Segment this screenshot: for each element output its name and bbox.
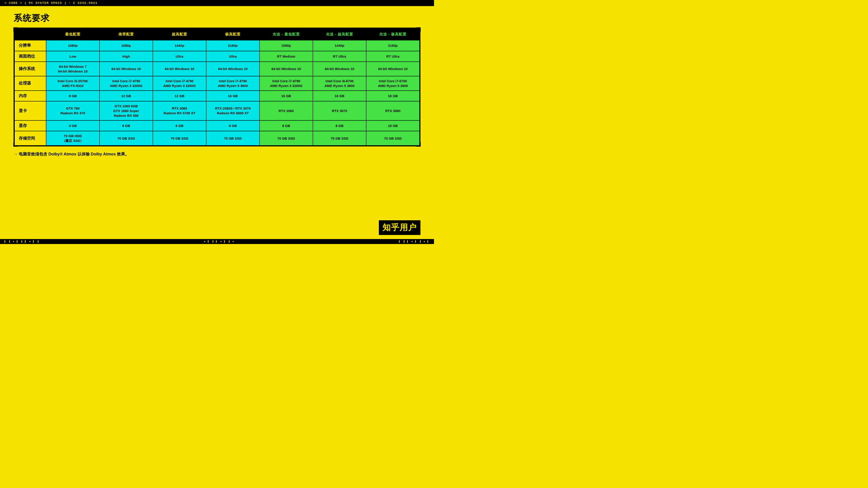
header-rt-extreme: 光追 - 极高配置 <box>366 29 420 40</box>
header-min: 最低配置 <box>46 29 99 40</box>
cell-5-6: RTX 3080 <box>366 101 420 121</box>
cell-7-6: 70 GB SSD <box>366 131 420 145</box>
cell-2-2: 64-bit Windows 10 <box>153 62 206 76</box>
cell-7-4: 70 GB SSD <box>259 131 313 145</box>
watermark: 知乎用户 <box>379 220 421 235</box>
cell-3-0: Intel Core i5-3570KAMD FX-8310 <box>46 76 99 91</box>
header-label-col <box>14 29 46 40</box>
cell-7-0: 70 GB HDD（建议 SSD） <box>46 131 99 145</box>
corner-tr <box>416 27 421 32</box>
page-title: 系统要求 <box>13 12 434 24</box>
corner-bl <box>13 142 18 147</box>
cell-4-0: 8 GB <box>46 91 99 101</box>
header-rt-ultra: 光追 - 超高配置 <box>313 29 366 40</box>
cell-6-2: 6 GB <box>153 121 206 131</box>
header-rt-min: 光追 - 最低配置 <box>259 29 313 40</box>
cell-6-1: 6 GB <box>99 121 153 131</box>
cell-2-1: 64-bit Windows 10 <box>99 62 153 76</box>
cell-5-1: GTX 1060 6GBGTX 1660 SuperRadeon RX 590 <box>99 101 153 121</box>
cell-0-0: 1080p <box>46 40 99 51</box>
cell-7-1: 70 GB SSD <box>99 131 153 145</box>
cell-6-4: 6 GB <box>259 121 313 131</box>
cell-3-4: Intel Core i7-4790AMD Ryzen 3 3200G <box>259 76 313 91</box>
table-row: 画面档位LowHighUltraUltraRT MediumRT UltraRT… <box>14 51 420 62</box>
bottom-seg-1: ▌ ▐ ◀ ▌ ▐ ▌ ◀ ▌ ▐ <box>4 240 39 243</box>
table-header-row: 最低配置 推荐配置 超高配置 极高配置 光追 - 最低配置 光追 - 超高配置 … <box>14 29 420 40</box>
cell-4-4: 16 GB <box>259 91 313 101</box>
cell-5-5: RTX 3070 <box>313 101 366 121</box>
cell-3-2: Intel Core i7-4790AMD Ryzen 3 3200G <box>153 76 206 91</box>
table-body: 分辨率1080p1080p1440p2160p1080p1440p2160p画面… <box>14 40 420 145</box>
cell-1-3: Ultra <box>206 51 259 62</box>
cell-5-0: GTX 780Radeon RX 470 <box>46 101 99 121</box>
cell-2-4: 64-bit Windows 10 <box>259 62 313 76</box>
cell-4-6: 16 GB <box>366 91 420 101</box>
cell-3-1: Intel Core i7-4790AMD Ryzen 3 3200G <box>99 76 153 91</box>
cell-1-4: RT Medium <box>259 51 313 62</box>
cell-2-3: 64-bit Windows 10 <box>206 62 259 76</box>
cell-6-0: 3 GB <box>46 121 99 131</box>
cell-1-2: Ultra <box>153 51 206 62</box>
table-row: 显存3 GB6 GB6 GB8 GB6 GB8 GB10 GB <box>14 121 420 131</box>
cell-7-5: 70 GB SSD <box>313 131 366 145</box>
table-row: 操作系统64-bit Windows 764-bit Windows 1064-… <box>14 62 420 76</box>
cell-7-3: 70 GB SSD <box>206 131 259 145</box>
cell-1-5: RT Ultra <box>313 51 366 62</box>
cell-6-5: 8 GB <box>313 121 366 131</box>
row-label-4: 内存 <box>14 91 46 101</box>
table-row: 显卡GTX 780Radeon RX 470GTX 1060 6GBGTX 16… <box>14 101 420 121</box>
cell-5-3: RTX 2080S / RTX 3070Radeon RX 6800 XT <box>206 101 259 121</box>
cell-3-3: Intel Core i7-4790AMD Ryzen 5 3600 <box>206 76 259 91</box>
cell-2-0: 64-bit Windows 764-bit Windows 10 <box>46 62 99 76</box>
cell-1-6: RT Ultra <box>366 51 420 62</box>
cell-4-2: 12 GB <box>153 91 206 101</box>
bottom-seg-3: ▌ ▐ ▌ ◀ ▌ ▐ ◀ ▌ <box>399 240 430 243</box>
row-label-2: 操作系统 <box>14 62 46 76</box>
cell-3-5: Intel Core i6-6700AMD Ryzen 5 3600 <box>313 76 366 91</box>
cell-0-3: 2160p <box>206 40 259 51</box>
cell-0-4: 1080p <box>259 40 313 51</box>
cell-0-2: 1440p <box>153 40 206 51</box>
cell-2-5: 64-bit Windows 10 <box>313 62 366 76</box>
cell-4-1: 12 GB <box>99 91 153 101</box>
header-ultra: 超高配置 <box>153 29 206 40</box>
specs-table: 最低配置 推荐配置 超高配置 极高配置 光追 - 最低配置 光追 - 超高配置 … <box>14 28 420 146</box>
table-row: 处理器Intel Core i5-3570KAMD FX-8310Intel C… <box>14 76 420 91</box>
row-label-1: 画面档位 <box>14 51 46 62</box>
table-row: 分辨率1080p1080p1440p2160p1080p1440p2160p <box>14 40 420 51</box>
row-label-5: 显卡 <box>14 101 46 121</box>
cell-4-3: 16 GB <box>206 91 259 101</box>
cell-1-0: Low <box>46 51 99 62</box>
cell-0-5: 1440p <box>313 40 366 51</box>
top-bar-text: < CODE > ( PC SYSTEM SPECS ) - C 5332.59… <box>4 1 98 5</box>
corner-br <box>416 142 421 147</box>
cell-1-1: High <box>99 51 153 62</box>
cell-2-6: 64-bit Windows 10 <box>366 62 420 76</box>
cell-6-3: 8 GB <box>206 121 259 131</box>
cell-5-4: RTX 2060 <box>259 101 313 121</box>
top-bar: < CODE > ( PC SYSTEM SPECS ) - C 5332.59… <box>0 0 434 6</box>
cell-7-2: 70 GB SSD <box>153 131 206 145</box>
table-row: 存储空间70 GB HDD（建议 SSD）70 GB SSD70 GB SSD7… <box>14 131 420 145</box>
bottom-seg-2: ◀ ▌ ▐ ▌ ◀ ▌ ▐ ◀ <box>204 240 234 243</box>
cell-0-1: 1080p <box>99 40 153 51</box>
table-row: 内存8 GB12 GB12 GB16 GB16 GB16 GB16 GB <box>14 91 420 101</box>
header-recommended: 推荐配置 <box>99 29 153 40</box>
corner-tl <box>13 27 18 32</box>
cell-6-6: 10 GB <box>366 121 420 131</box>
cell-4-5: 16 GB <box>313 91 366 101</box>
cell-5-2: RTX 2060Radeon RX 5700 XT <box>153 101 206 121</box>
header-extreme: 极高配置 <box>206 29 259 40</box>
specs-table-wrapper: 最低配置 推荐配置 超高配置 极高配置 光追 - 最低配置 光追 - 超高配置 … <box>13 28 421 147</box>
row-label-3: 处理器 <box>14 76 46 91</box>
bottom-bar: ▌ ▐ ◀ ▌ ▐ ▌ ◀ ▌ ▐ ◀ ▌ ▐ ▌ ◀ ▌ ▐ ◀ ▌ ▐ ▌ … <box>0 239 434 244</box>
cell-0-6: 2160p <box>366 40 420 51</box>
row-label-7: 存储空间 <box>14 131 46 145</box>
bottom-note: → 电脑音效须包含 Dolby® Atmos 以体验 Dolby Atmos 效… <box>13 151 421 157</box>
row-label-6: 显存 <box>14 121 46 131</box>
row-label-0: 分辨率 <box>14 40 46 51</box>
cell-3-6: Intel Core i7-6700AMD Ryzen 5 3600 <box>366 76 420 91</box>
